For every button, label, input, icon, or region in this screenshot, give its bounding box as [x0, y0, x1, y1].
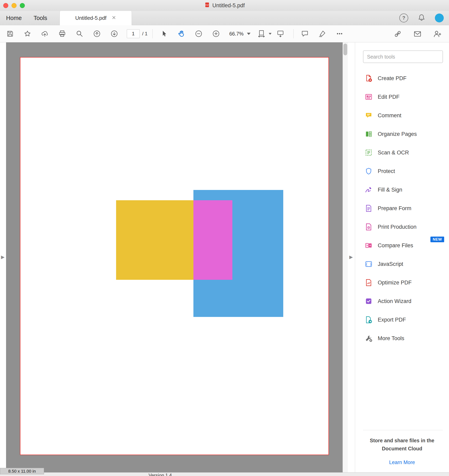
sidebar-item-label: Export PDF [378, 317, 406, 323]
traffic-lights [3, 0, 25, 11]
add-comment-icon[interactable] [299, 28, 311, 39]
sidebar-item-compare-files[interactable]: Compare Files NEW [355, 236, 449, 255]
zoom-in-icon[interactable] [210, 28, 222, 39]
new-badge: NEW [430, 237, 444, 242]
page-size-badge: 8.50 x 11.00 in [0, 468, 44, 474]
comment-icon [365, 112, 372, 119]
edit-pdf-icon [365, 93, 372, 101]
print-icon[interactable] [57, 28, 68, 39]
help-icon[interactable]: ? [399, 13, 408, 23]
sidebar-item-label: Fill & Sign [378, 187, 402, 193]
print-production-icon [365, 223, 372, 231]
close-window-button[interactable] [3, 3, 8, 8]
document-viewer[interactable] [6, 42, 343, 472]
main-toolbar: / 1 66.7% [0, 25, 449, 42]
marquee-zoom-icon[interactable] [74, 28, 85, 39]
sidebar-item-label: Edit PDF [378, 94, 399, 100]
reading-mode-icon[interactable] [275, 28, 286, 39]
close-tab-icon[interactable] [112, 15, 116, 21]
sidebar-item-optimize-pdf[interactable]: Optimize PDF [355, 273, 449, 292]
sidebar-item-prepare-form[interactable]: Prepare Form [355, 199, 449, 218]
hand-tool-icon[interactable] [176, 28, 187, 39]
fill-sign-icon [365, 186, 372, 194]
tools-sidebar: Create PDF Edit PDF Comment Organize Pag… [355, 42, 449, 472]
send-email-icon[interactable] [412, 28, 423, 40]
protect-shield-icon [365, 167, 372, 175]
scrollbar-thumb[interactable] [343, 44, 347, 55]
magenta-overlap-rectangle [193, 200, 232, 280]
optimize-pdf-icon [365, 279, 372, 286]
search-tools-input[interactable] [363, 51, 443, 63]
vertical-scrollbar[interactable] [343, 42, 348, 472]
pdf-file-icon: PDF [204, 2, 210, 9]
zoom-out-icon[interactable] [193, 28, 204, 39]
sidebar-item-label: Create PDF [378, 75, 407, 82]
learn-more-link[interactable]: Learn More [355, 459, 449, 465]
sidebar-item-more-tools[interactable]: More Tools [355, 329, 449, 348]
document-tab-label: Untitled-5.pdf [75, 15, 107, 21]
document-tab[interactable]: Untitled-5.pdf [60, 11, 132, 25]
svg-text:PDF: PDF [205, 4, 209, 6]
sidebar-item-print-production[interactable]: Print Production [355, 218, 449, 236]
zoom-window-button[interactable] [20, 3, 25, 8]
tab-bar: Home Tools Untitled-5.pdf ? [0, 11, 449, 25]
sidebar-item-label: Scan & OCR [378, 150, 409, 156]
sidebar-item-label: JavaScript [378, 261, 403, 267]
star-favorite-icon[interactable] [22, 28, 33, 39]
sidebar-item-protect[interactable]: Protect [355, 162, 449, 181]
promo-line-1: Store and share files in the [355, 436, 449, 444]
prepare-form-icon [365, 204, 372, 212]
zoom-level-value: 66.7% [229, 31, 244, 37]
more-tools-icon [365, 334, 372, 342]
expand-left-panel-icon[interactable]: ▶ [1, 255, 5, 259]
share-with-person-icon[interactable] [432, 28, 443, 40]
page-number-input[interactable] [127, 29, 140, 38]
tab-home[interactable]: Home [5, 11, 23, 25]
notifications-bell-icon[interactable] [417, 13, 426, 23]
compare-files-icon [365, 242, 372, 249]
scan-ocr-icon [365, 149, 372, 156]
next-page-icon[interactable] [109, 28, 120, 39]
zoom-level-dropdown[interactable]: 66.7% [229, 31, 250, 37]
document-cloud-promo: Store and share files in the Document Cl… [355, 436, 449, 453]
javascript-icon: { } [365, 260, 372, 268]
cloud-upload-icon[interactable] [39, 28, 51, 39]
background-version-text: Version 1.4 [149, 473, 172, 476]
sidebar-item-label: Action Wizard [378, 298, 411, 304]
minimize-window-button[interactable] [11, 3, 17, 8]
sidebar-item-export-pdf[interactable]: Export PDF [355, 311, 449, 329]
sidebar-item-action-wizard[interactable]: Action Wizard [355, 292, 449, 311]
fit-width-icon[interactable] [256, 28, 267, 39]
window-title: Untitled-5.pdf [212, 2, 245, 9]
sidebar-item-edit-pdf[interactable]: Edit PDF [355, 88, 449, 106]
pdf-page[interactable] [20, 57, 329, 455]
sidebar-item-comment[interactable]: Comment [355, 106, 449, 125]
more-tools-ellipsis-icon[interactable] [334, 28, 345, 39]
sidebar-item-label: Protect [378, 168, 395, 174]
sidebar-item-create-pdf[interactable]: Create PDF [355, 69, 449, 88]
tab-tools[interactable]: Tools [30, 11, 51, 25]
sidebar-item-label: More Tools [378, 335, 404, 342]
create-pdf-icon [365, 74, 372, 82]
collapse-tools-panel-icon[interactable]: ▶ [349, 255, 353, 259]
sidebar-item-fill-sign[interactable]: Fill & Sign [355, 181, 449, 199]
sidebar-item-label: Comment [378, 113, 401, 119]
sidebar-item-organize-pages[interactable]: Organize Pages [355, 125, 449, 143]
select-tool-icon[interactable] [158, 28, 170, 39]
account-avatar[interactable] [435, 13, 444, 23]
sidebar-item-label: Organize Pages [378, 131, 417, 137]
sidebar-item-scan-ocr[interactable]: Scan & OCR [355, 143, 449, 162]
previous-page-icon[interactable] [91, 28, 102, 39]
organize-pages-icon [365, 130, 372, 138]
promo-line-2: Document Cloud [355, 444, 449, 453]
fit-width-chevron-icon[interactable] [269, 33, 272, 35]
sidebar-divider [363, 430, 443, 430]
share-link-icon[interactable] [392, 28, 403, 40]
svg-text:{ }: { } [366, 262, 372, 266]
highlighter-icon[interactable] [317, 28, 328, 39]
sidebar-item-label: Print Production [378, 224, 416, 230]
page-count-label: / 1 [142, 31, 148, 37]
save-icon[interactable] [5, 28, 16, 39]
action-wizard-icon [365, 297, 372, 305]
sidebar-item-javascript[interactable]: { } JavaScript [355, 255, 449, 273]
